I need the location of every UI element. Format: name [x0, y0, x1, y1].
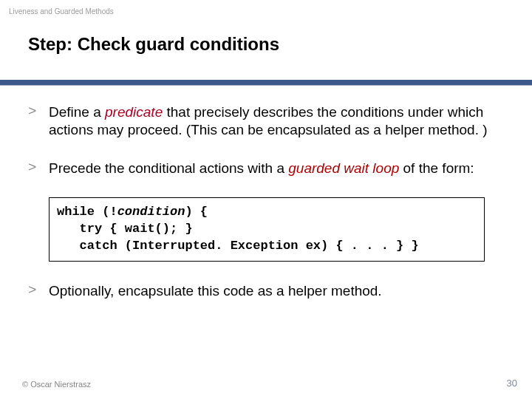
- bullet-1: > Define a predicate that precisely desc…: [28, 103, 502, 139]
- guarded-wait-loop-phrase: guarded wait loop: [288, 160, 399, 176]
- text-span: Define a: [49, 104, 105, 120]
- predicate-word: predicate: [105, 104, 163, 120]
- bullet-3: > Optionally, encapsulate this code as a…: [28, 282, 502, 300]
- bullet-marker: >: [28, 282, 49, 300]
- slide: Liveness and Guarded Methods Step: Check…: [0, 0, 532, 399]
- bullet-marker: >: [28, 103, 49, 139]
- slide-title: Step: Check guard conditions: [28, 34, 279, 55]
- code-condition: condition: [117, 205, 185, 219]
- bullet-1-text: Define a predicate that precisely descri…: [49, 103, 502, 139]
- bullet-3-text: Optionally, encapsulate this code as a h…: [49, 282, 502, 300]
- code-line-3: catch (Interrupted. Exception ex) { . . …: [57, 239, 419, 253]
- bullet-2: > Precede the conditional actions with a…: [28, 160, 502, 177]
- text-span: of the form:: [399, 160, 474, 176]
- title-rule: [0, 80, 532, 86]
- text-span: Precede the conditional actions with a: [49, 160, 288, 176]
- code-box: while (!condition) { try { wait(); } cat…: [49, 197, 485, 262]
- bullet-2-text: Precede the conditional actions with a g…: [49, 160, 502, 177]
- footer-copyright: © Oscar Nierstrasz: [22, 380, 91, 389]
- code-line-1b: ) {: [185, 205, 208, 219]
- content-area: > Define a predicate that precisely desc…: [28, 103, 502, 321]
- code-line-2: try { wait(); }: [57, 222, 193, 236]
- code-line-1a: while (!: [57, 205, 117, 219]
- bullet-marker: >: [28, 160, 49, 177]
- page-number: 30: [507, 378, 517, 389]
- topic-label: Liveness and Guarded Methods: [9, 7, 114, 16]
